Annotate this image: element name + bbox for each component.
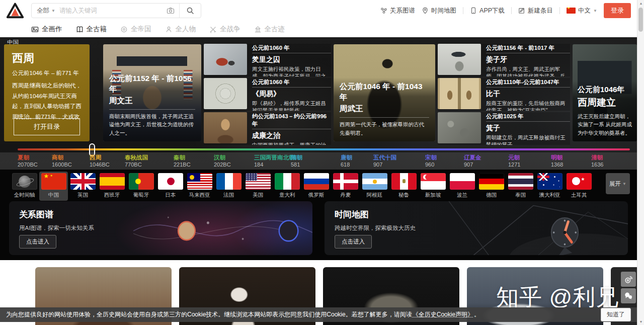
- chevron-down-icon: ▼: [51, 9, 55, 13]
- country-filter-es[interactable]: 西班牙: [98, 172, 126, 201]
- scrollbar-thumb[interactable]: [638, 8, 643, 32]
- country-filter-pl[interactable]: 波兰: [448, 172, 476, 201]
- country-filter-th[interactable]: 泰国: [506, 172, 535, 201]
- wechat-share-button[interactable]: [621, 288, 636, 303]
- allhistory-logo[interactable]: [6, 3, 24, 19]
- country-flags-row: 全时间轴 中国 英国 西班牙 葡萄牙 日本 马来西亚 法国 美国 意大利 俄罗斯…: [0, 170, 637, 199]
- dynasty-card-xizhou[interactable]: 西周 公元前1046 年 – 前771 年 西周是继商朝之后的朝代，从约前104…: [4, 44, 90, 141]
- card-caption: 公元前1152 年 - 前1056 年 周文王 商朝末期周氏族首领，其子周武王追…: [103, 69, 201, 141]
- event-card-jiangziya[interactable]: 公元前1156 年 - 前1017 年 姜子牙 亦作吕尚，周文王、周武王的军师，…: [438, 44, 570, 76]
- dynasty-description: 西周是继商朝之后的朝代，从约前1046年周武王灭商起，直到国人暴动动摇了西周统治…: [12, 80, 82, 123]
- cookie-text: 为向您提供良好的网站使用体验，全历史网站会使用自身或第三方的Cookie技术。继…: [6, 310, 412, 319]
- timeline-era-221BC[interactable]: 秦朝 221BC: [174, 154, 191, 168]
- open-catalog-button[interactable]: 打开目录: [14, 118, 80, 135]
- time-map-promo-card[interactable]: 时间地图 跨越时空界限，探索极致大历史 点击进入: [325, 201, 628, 255]
- filter-all-people[interactable]: 全人物: [165, 25, 196, 34]
- nav-app-download[interactable]: APP下载: [470, 7, 505, 15]
- nav-new-entry[interactable]: 新建条目: [518, 7, 553, 15]
- country-filter-tr[interactable]: 土耳其: [565, 172, 593, 201]
- country-flag-icon: [479, 173, 504, 190]
- country-flag-icon: [275, 173, 300, 190]
- login-button[interactable]: 登录: [604, 3, 631, 18]
- clock-pin-icon: [551, 218, 578, 255]
- timeline-era-618[interactable]: 唐朝 618: [341, 154, 352, 168]
- event-card-youli[interactable]: 公元前1060 年 羑里之囚 周文王施行裕民政策，国力日盛，却为商天子纣王所忌，…: [204, 44, 331, 76]
- filter-all-wars[interactable]: 全战争: [209, 25, 240, 34]
- country-filter-ar[interactable]: 阿根廷: [360, 172, 389, 201]
- expand-button[interactable]: 展开 ▼: [606, 173, 630, 194]
- timeline-era-1636[interactable]: 清朝 1636: [591, 154, 603, 168]
- country-filter-pt[interactable]: 葡萄牙: [127, 172, 155, 201]
- country-filter-sg[interactable]: 新加坡: [419, 172, 447, 201]
- search-input[interactable]: [55, 7, 167, 14]
- event-card-jizi[interactable]: 公元前1025 年 箕子 周朝建立后，周武王释放被商纣王禁锢的箕子。: [438, 112, 570, 145]
- event-card-bigan[interactable]: 公元前1110年-公元前1047年 比干 殷商王室的重臣，先后辅佐殷商两代帝王，…: [438, 78, 570, 111]
- nav-time-map[interactable]: 时间地图: [422, 7, 456, 15]
- cookie-policy-link[interactable]: 《全历史Cookie声明》: [413, 310, 473, 319]
- timeline-era-960[interactable]: 宋朝 960: [425, 154, 437, 168]
- enter-relation-graph-button[interactable]: 点击进入: [19, 235, 56, 249]
- timeline-era-907[interactable]: 五代十国 907: [373, 154, 396, 168]
- new-entry-icon: [518, 7, 525, 14]
- search-category-dropdown[interactable]: 全部 ▼: [37, 7, 55, 15]
- caption-divider: [340, 117, 429, 118]
- phone-icon: [470, 7, 477, 14]
- timeline-era-1368[interactable]: 明朝 1368: [551, 154, 563, 168]
- top-navigation: 关系图谱 时间地图 APP下载 新建条目 中文 ▼ 登录: [380, 3, 631, 18]
- country-filter-all[interactable]: 全时间轴: [10, 172, 39, 201]
- filter-all-paintings[interactable]: 全画作: [31, 25, 62, 34]
- hero-timeline-section: 中国 西周 公元前1046 年 – 前771 年 西周是继商朝之后的朝代，从约前…: [0, 37, 637, 170]
- country-flag-icon: [567, 173, 592, 190]
- camera-icon[interactable]: [167, 7, 175, 15]
- timeline-era-770BC[interactable]: 春秋战国 770BC: [125, 154, 148, 168]
- share-sidebar: [621, 272, 636, 303]
- scrollbar-up-arrow[interactable]: ▲: [639, 2, 643, 5]
- filter-all-ancient-books[interactable]: 全古籍: [76, 25, 107, 34]
- person-card-zhouwenwang[interactable]: 公元前1152 年 - 前1056 年 周文王 商朝末期周氏族首领，其子周武王追…: [103, 44, 201, 141]
- person-icon: [165, 26, 173, 33]
- timeline-era-581[interactable]: 隋朝 581: [291, 154, 302, 168]
- empire-icon: [120, 26, 128, 33]
- card-caption: 公元前1046年 西周建立 武王灭殷后建立周朝，实施了一系 从此姬周成为中华文明…: [573, 81, 637, 141]
- event-card-xizhou-founding[interactable]: 公元前1046年 西周建立 武王灭殷后建立周朝，实施了一系 从此姬周成为中华文明…: [573, 44, 637, 141]
- country-filter-au[interactable]: 澳大利亚: [535, 172, 564, 201]
- country-filter-dk[interactable]: 丹麦: [331, 172, 360, 201]
- country-filter-jp[interactable]: 日本: [156, 172, 185, 201]
- timeline-gradient-bar[interactable]: [18, 148, 630, 150]
- timeline-era-2070BC[interactable]: 夏朝 2070BC: [18, 154, 38, 168]
- country-filter-it[interactable]: 意大利: [273, 172, 301, 201]
- country-filter-cn[interactable]: 中国: [39, 172, 68, 201]
- timeline-era-1600BC[interactable]: 商朝 1600BC: [52, 154, 72, 168]
- event-card-zhouyi[interactable]: 公元前1060 年 《周易》 即《易经》，相传系周文王姬昌被囚禁于羑里时所作。: [204, 78, 331, 111]
- weibo-share-button[interactable]: [621, 272, 636, 287]
- category-filter-bar: 全画作 全古籍 全帝国 全人物 全战争 全古迹: [0, 21, 637, 37]
- dynasty-title: 西周: [12, 51, 82, 66]
- timeline-era-1271[interactable]: 元朝 1271: [508, 154, 520, 168]
- person-card-zhouwuwang[interactable]: 公元前1046 年 - 前1043 年 周武王 西周第一代天子，被儒家尊崇的古代…: [334, 44, 435, 141]
- search-button[interactable]: [180, 4, 201, 18]
- language-selector[interactable]: 中文 ▼: [567, 7, 597, 15]
- timeline-era-202BC[interactable]: 汉朝 202BC: [214, 154, 231, 168]
- timeline-era-184[interactable]: 三国两晋南北朝 184: [254, 154, 295, 168]
- nav-separator: [463, 7, 463, 14]
- dynasty-date: 公元前1046 年 – 前771 年: [12, 69, 82, 77]
- scrollbar-down-arrow[interactable]: ▼: [639, 320, 643, 323]
- nav-relation-graph[interactable]: 关系图谱: [380, 7, 415, 15]
- country-filter-fr[interactable]: 法国: [214, 172, 243, 201]
- filter-all-empires[interactable]: 全帝国: [120, 25, 151, 34]
- event-card-chengkang[interactable]: 约公元前1043－约公元前996年 成康之治 中国西周初周成王、周康王的治世，史…: [204, 112, 331, 145]
- timeline-era-907[interactable]: 辽夏金 907: [464, 154, 481, 168]
- cookie-accept-button[interactable]: 知道了: [601, 308, 631, 321]
- country-filter-de[interactable]: 德国: [477, 172, 506, 201]
- country-flag-icon: [70, 173, 96, 190]
- enter-time-map-button[interactable]: 点击进入: [335, 235, 372, 249]
- timeline-era-1046BC[interactable]: 西周 1046BC: [90, 154, 110, 168]
- country-filter-us[interactable]: 美国: [244, 172, 272, 201]
- country-filter-pe[interactable]: 秘鲁: [389, 172, 418, 201]
- country-filter-gb[interactable]: 英国: [68, 172, 97, 201]
- page-scrollbar[interactable]: ▲ ▼: [637, 0, 644, 325]
- country-filter-ru[interactable]: 俄罗斯: [302, 172, 331, 201]
- country-filter-my[interactable]: 马来西亚: [185, 172, 214, 201]
- filter-all-relics[interactable]: 全古迹: [254, 25, 285, 34]
- relation-graph-promo-card[interactable]: 关系图谱 用AI图谱，探索一切未知关系 点击进入: [9, 201, 312, 255]
